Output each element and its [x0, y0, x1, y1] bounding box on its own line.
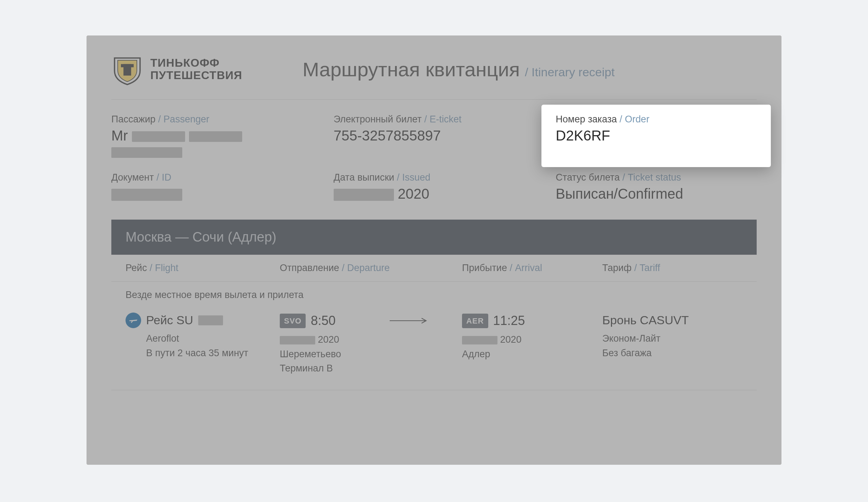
airline-name: Aeroflot	[146, 331, 280, 346]
arr-airport: Адлер	[462, 347, 602, 362]
passenger-field: Пассажир / Passenger Mr	[111, 114, 312, 158]
title-en: / Itinerary receipt	[525, 65, 614, 79]
baggage: Без багажа	[602, 346, 742, 360]
flight-row: Рейс SU Aeroflot В пути 2 часа 35 минут …	[111, 304, 757, 390]
route-bar: Москва — Сочи (Адлер)	[111, 220, 757, 255]
document-label-ru: Документ	[111, 172, 156, 183]
status-field: Статус билета / Ticket status Выписан/Co…	[556, 172, 757, 202]
status-label-en: / Ticket status	[622, 172, 681, 183]
dep-year: 2020	[315, 334, 339, 345]
eticket-field: Электронный билет / E-ticket 755-3257855…	[334, 114, 535, 158]
dep-airport-code: SVO	[280, 314, 306, 328]
title-ru: Маршрутная квитанция	[302, 58, 520, 81]
order-label-en: / Order	[619, 114, 649, 125]
redacted-issued-date	[334, 189, 394, 201]
local-time-notice: Везде местное время вылета и прилета	[111, 282, 757, 304]
order-label-ru: Номер заказа	[556, 114, 619, 125]
passenger-label-ru: Пассажир	[111, 114, 158, 125]
redacted-name-2	[189, 131, 242, 142]
dep-airport: Шереметьево	[280, 347, 462, 362]
flight-info: Рейс SU Aeroflot В пути 2 часа 35 минут	[126, 311, 280, 376]
eticket-label-en: / E-ticket	[424, 114, 462, 125]
booking-code: Бронь CASUVT	[602, 311, 742, 329]
redacted-arr-date	[462, 336, 497, 344]
col-tariff: Тариф / Tariff	[602, 263, 742, 274]
issued-field: Дата выписки / Issued 2020	[334, 172, 535, 202]
brand-line1: ТИНЬКОФФ	[150, 57, 242, 69]
page-title: Маршрутная квитанция / Itinerary receipt	[302, 58, 614, 81]
arr-year: 2020	[497, 334, 522, 345]
info-grid: Пассажир / Passenger Mr Электронный биле…	[111, 114, 757, 202]
col-flight: Рейс / Flight	[126, 263, 280, 274]
col-arrival: Прибытие / Arrival	[462, 263, 602, 274]
brand-logo: ТИНЬКОФФ ПУТЕШЕСТВИЯ	[111, 53, 242, 85]
receipt-header: ТИНЬКОФФ ПУТЕШЕСТВИЯ Маршрутная квитанци…	[111, 53, 757, 100]
svg-rect-1	[121, 64, 134, 67]
flight-number-prefix: Рейс SU	[146, 311, 193, 329]
tinkoff-shield-icon	[111, 53, 143, 85]
brand-text: ТИНЬКОФФ ПУТЕШЕСТВИЯ	[150, 57, 242, 82]
flight-body: Везде местное время вылета и прилета Рей…	[111, 282, 757, 390]
redacted-dep-date	[280, 336, 315, 344]
col-departure: Отправление / Departure	[280, 263, 462, 274]
eticket-value: 755-3257855897	[334, 128, 535, 144]
passenger-label-en: / Passenger	[158, 114, 209, 125]
arr-time: 11:25	[493, 311, 525, 330]
eticket-label-ru: Электронный билет	[334, 114, 424, 125]
issued-year: 2020	[394, 186, 429, 202]
arr-airport-code: AER	[462, 314, 488, 328]
document-frame: ТИНЬКОФФ ПУТЕШЕСТВИЯ Маршрутная квитанци…	[16, 14, 852, 486]
fare-class: Эконом-Лайт	[602, 331, 742, 346]
status-label-ru: Статус билета	[556, 172, 622, 183]
departure-info: SVO 8:50 2020 Шереметьево Терминал B	[280, 311, 462, 376]
redacted-document	[111, 189, 182, 201]
order-value: D2K6RF	[556, 128, 757, 144]
issued-label-ru: Дата выписки	[334, 172, 397, 183]
redacted-flight-number	[198, 315, 223, 325]
arrival-info: AER 11:25 2020 Адлер	[462, 311, 602, 376]
brand-line2: ПУТЕШЕСТВИЯ	[150, 69, 242, 82]
itinerary-receipt: ТИНЬКОФФ ПУТЕШЕСТВИЯ Маршрутная квитанци…	[87, 35, 781, 465]
dep-time: 8:50	[311, 311, 335, 330]
passenger-title: Mr	[111, 128, 128, 143]
redacted-name-1	[132, 131, 185, 142]
issued-label-en: / Issued	[397, 172, 430, 183]
arrow-icon	[390, 314, 429, 329]
aeroflot-icon	[126, 313, 141, 328]
dep-terminal: Терминал B	[280, 361, 462, 376]
redacted-name-3	[111, 147, 182, 158]
order-field: Номер заказа / Order D2K6RF	[556, 114, 757, 158]
document-field: Документ / ID	[111, 172, 312, 202]
flight-duration: В пути 2 часа 35 минут	[146, 346, 280, 360]
document-label-en: / ID	[156, 172, 171, 183]
tariff-info: Бронь CASUVT Эконом-Лайт Без багажа	[602, 311, 742, 376]
column-headers: Рейс / Flight Отправление / Departure Пр…	[111, 255, 757, 282]
status-value: Выписан/Confirmed	[556, 186, 757, 202]
